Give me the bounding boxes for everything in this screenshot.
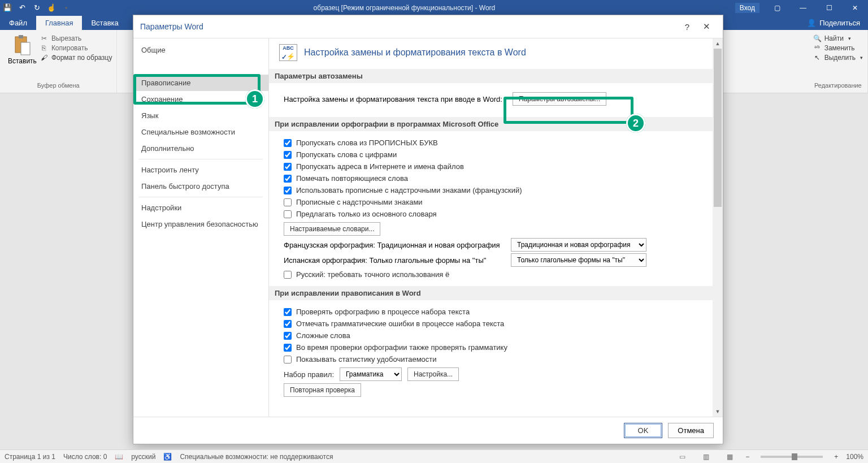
chevron-down-icon: ▾ — [860, 55, 863, 60]
redo-icon[interactable]: ↻ — [29, 0, 44, 15]
view-web-icon[interactable]: ▦ — [722, 451, 737, 462]
section-autocorrect: Параметры автозамены — [269, 69, 723, 83]
status-accessibility[interactable]: Специальные возможности: не поддерживают… — [180, 453, 333, 461]
chk-accented[interactable]: Прописные с надстрочными знаками — [279, 196, 713, 208]
nav-accessibility[interactable]: Специальные возможности — [133, 124, 268, 140]
spanish-label: Испанская орфография: Только глагольные … — [284, 256, 504, 265]
zoom-out-icon[interactable]: − — [745, 453, 749, 461]
chk-readability[interactable]: Показывать статистику удобочитаемости — [279, 353, 713, 365]
paste-label: Вставить — [8, 57, 37, 65]
titlebar: 💾 ↶ ↻ ☝ образец [Режим ограниченной функ… — [0, 0, 868, 15]
ok-button[interactable]: OK — [624, 423, 663, 438]
spanish-select[interactable]: Только глагольные формы на "ты" — [511, 253, 646, 267]
undo-icon[interactable]: ↶ — [15, 0, 29, 15]
french-select[interactable]: Традиционная и новая орфография — [511, 238, 646, 252]
select-label: Выделить — [824, 54, 856, 62]
scissors-icon: ✂ — [40, 34, 48, 42]
save-icon[interactable]: 💾 — [0, 0, 15, 15]
status-page[interactable]: Страница 1 из 1 — [5, 453, 55, 461]
share-label: Поделиться — [819, 19, 860, 27]
chk-uppercase[interactable]: Пропускать слова из ПРОПИСНЫХ БУКВ — [279, 137, 713, 149]
chk-main-dict[interactable]: Предлагать только из основного словаря — [279, 208, 713, 220]
copy-button[interactable]: ⎘Копировать — [40, 44, 112, 52]
format-painter-button[interactable]: 🖌Формат по образцу — [40, 54, 112, 62]
chk-grammar-type[interactable]: Отмечать грамматические ошибки в процесс… — [279, 318, 713, 330]
group-editing: 🔍Найти▾ ᵃᵇЗаменить ↖Выделить▾ Редактиров… — [809, 30, 868, 93]
status-language[interactable]: русский — [131, 453, 155, 461]
touch-mode-icon[interactable]: ☝ — [44, 0, 59, 15]
login-button[interactable]: Вход — [735, 3, 760, 13]
scroll-thumb[interactable] — [714, 49, 722, 207]
scroll-down-icon[interactable]: ▼ — [713, 406, 723, 417]
find-button[interactable]: 🔍Найти▾ — [813, 34, 863, 42]
clipboard-caption: Буфер обмена — [5, 82, 112, 90]
chk-grammar-spell[interactable]: Во время проверки орфографии также прове… — [279, 341, 713, 353]
help-icon[interactable]: ? — [678, 22, 697, 32]
scrollbar[interactable]: ▲ ▼ — [713, 38, 723, 417]
nav-save[interactable]: Сохранение — [133, 91, 268, 107]
minimize-icon[interactable]: — — [790, 0, 816, 15]
cut-label: Вырезать — [51, 34, 81, 42]
view-read-icon[interactable]: ▭ — [674, 451, 690, 462]
share-icon: 👤 — [807, 19, 816, 27]
options-dialog: Параметры Word ? ✕ Общие Отображение Пра… — [133, 15, 723, 444]
dialog-close-icon[interactable]: ✕ — [697, 21, 716, 32]
nav-general[interactable]: Общие — [133, 42, 268, 58]
replace-button[interactable]: ᵃᵇЗаменить — [813, 44, 863, 52]
autocorrect-options-button[interactable]: Параметры автозамены... — [513, 92, 606, 106]
chk-french[interactable]: Использовать прописные с надстрочными зн… — [279, 184, 713, 196]
accessibility-icon[interactable]: ♿ — [163, 453, 172, 461]
share-button[interactable]: 👤Поделиться — [799, 16, 868, 30]
settings-button[interactable]: Настройка... — [407, 367, 459, 381]
tab-file[interactable]: Файл — [0, 16, 36, 30]
zoom-in-icon[interactable]: + — [834, 453, 838, 461]
tab-home[interactable]: Главная — [36, 16, 82, 30]
dialog-title: Параметры Word — [140, 22, 678, 31]
nav-qat[interactable]: Панель быстрого доступа — [133, 178, 268, 194]
qat-customize-icon[interactable] — [59, 0, 73, 15]
chk-repeated[interactable]: Помечать повторяющиеся слова — [279, 172, 713, 184]
chk-numbers[interactable]: Пропускать слова с цифрами — [279, 149, 713, 161]
chk-spell-type[interactable]: Проверять орфографию в процессе набора т… — [279, 306, 713, 318]
window-title: образец [Режим ограниченной функциональн… — [73, 4, 735, 12]
search-icon: 🔍 — [813, 34, 821, 42]
nav-addins[interactable]: Надстройки — [133, 200, 268, 216]
content-header: Настройка замены и форматирования текста… — [304, 47, 526, 58]
paste-button[interactable]: Вставить — [5, 32, 40, 66]
recheck-button[interactable]: Повторная проверка — [284, 383, 361, 397]
ribbon-display-icon[interactable]: ▢ — [764, 0, 790, 15]
nav-advanced[interactable]: Дополнительно — [133, 140, 268, 157]
proofing-icon[interactable]: 📖 — [115, 453, 123, 461]
close-icon[interactable]: ✕ — [842, 0, 868, 15]
autocorrect-desc: Настройка замены и форматирования текста… — [284, 95, 502, 103]
zoom-level[interactable]: 100% — [846, 453, 863, 461]
find-label: Найти — [824, 34, 844, 42]
brush-icon: 🖌 — [40, 54, 48, 62]
chk-internet[interactable]: Пропускать адреса в Интернете и имена фа… — [279, 161, 713, 172]
cancel-button[interactable]: Отмена — [668, 423, 714, 438]
maximize-icon[interactable]: ☐ — [816, 0, 842, 15]
section-spelling-word: При исправлении правописания в Word — [269, 286, 723, 300]
proofing-icon: ABC⚡ — [279, 44, 297, 61]
view-print-icon[interactable]: ▥ — [698, 451, 714, 462]
statusbar: Страница 1 из 1 Число слов: 0 📖 русский … — [0, 449, 868, 463]
custom-dict-button[interactable]: Настраиваемые словари... — [284, 222, 380, 236]
zoom-slider[interactable] — [761, 456, 823, 458]
nav-customize-ribbon[interactable]: Настроить ленту — [133, 162, 268, 178]
group-clipboard: Вставить ✂Вырезать ⎘Копировать 🖌Формат п… — [0, 30, 117, 93]
select-button[interactable]: ↖Выделить▾ — [813, 54, 863, 62]
editing-caption: Редактирование — [813, 82, 863, 90]
tab-insert[interactable]: Вставка — [82, 16, 127, 30]
chevron-down-icon: ▾ — [848, 36, 851, 41]
status-words[interactable]: Число слов: 0 — [63, 453, 107, 461]
cut-button[interactable]: ✂Вырезать — [40, 34, 112, 42]
french-label: Французская орфография: Традиционная и н… — [284, 241, 504, 249]
nav-language[interactable]: Язык — [133, 107, 268, 124]
svg-rect-2 — [21, 42, 30, 55]
ruleset-select[interactable]: Грамматика — [340, 367, 402, 381]
nav-trust[interactable]: Центр управления безопасностью — [133, 216, 268, 232]
chk-russian-yo[interactable]: Русский: требовать точного использования… — [279, 269, 713, 280]
chk-compound[interactable]: Сложные слова — [279, 330, 713, 341]
nav-proofing[interactable]: Правописание — [133, 75, 268, 91]
scroll-up-icon[interactable]: ▲ — [713, 38, 723, 49]
